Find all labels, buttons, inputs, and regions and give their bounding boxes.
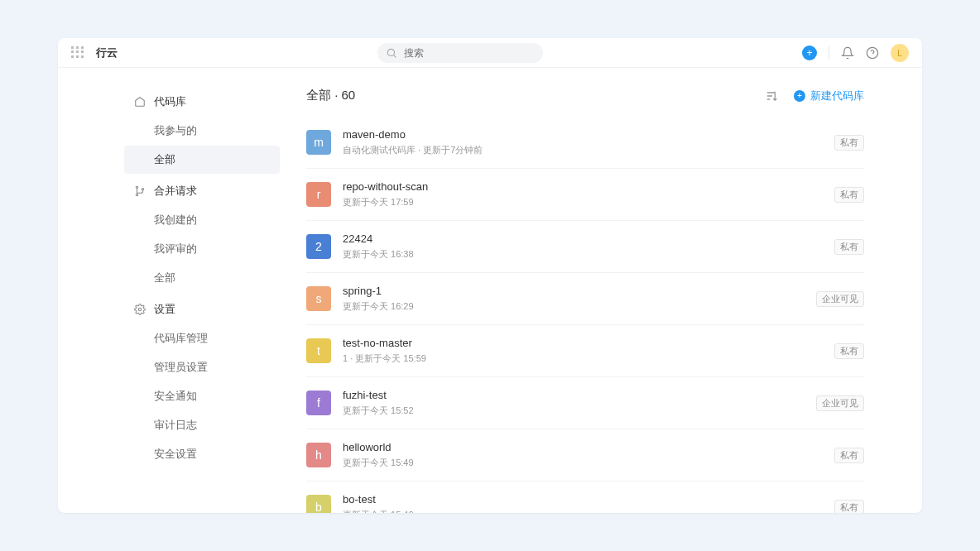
add-button[interactable]: + <box>802 46 817 60</box>
visibility-badge: 私有 <box>834 343 864 359</box>
svg-point-5 <box>136 194 137 196</box>
visibility-badge: 私有 <box>834 448 864 463</box>
repo-avatar: r <box>306 182 331 207</box>
repo-row[interactable]: bbo-test更新于今天 15:46私有 <box>306 482 864 513</box>
repo-list: mmaven-demo自动化测试代码库 · 更新于7分钟前私有rrepo-wit… <box>306 117 864 513</box>
sidebar-item[interactable]: 管理员设置 <box>124 353 280 381</box>
body: 代码库我参与的全部合并请求我创建的我评审的全部设置代码库管理管理员设置安全通知审… <box>58 68 922 513</box>
repo-name[interactable]: helloworld <box>343 441 834 453</box>
repo-name[interactable]: maven-demo <box>343 128 834 141</box>
repo-row[interactable]: hhelloworld更新于今天 15:49私有 <box>306 429 864 482</box>
visibility-badge: 私有 <box>834 187 864 203</box>
sidebar-item[interactable]: 全部 <box>124 146 280 174</box>
plus-icon: + <box>794 90 805 102</box>
divider <box>829 46 829 60</box>
sidebar-item[interactable]: 我创建的 <box>124 206 280 234</box>
repo-meta: 更新于今天 15:49 <box>343 457 834 469</box>
repo-row[interactable]: ffuzhi-test更新于今天 15:52企业可见 <box>306 377 864 429</box>
repo-meta: 更新于今天 15:46 <box>343 509 834 513</box>
sidebar-item[interactable]: 代码库管理 <box>124 324 280 352</box>
repo-info: 22424更新于今天 16:38 <box>343 232 834 261</box>
main-header: 全部 · 60 + 新建代码库 <box>306 88 864 103</box>
sidebar-item[interactable]: 全部 <box>124 264 280 292</box>
repo-row[interactable]: mmaven-demo自动化测试代码库 · 更新于7分钟前私有 <box>306 117 864 169</box>
repo-meta: 更新于今天 15:52 <box>343 405 816 417</box>
repo-avatar: 2 <box>306 234 331 259</box>
visibility-badge: 私有 <box>834 239 864 255</box>
app-window: 行云 + L 代码库我参与的全部合并请求我创建的我评审的全部设置代码库管理管理员… <box>58 38 922 513</box>
repo-avatar: t <box>306 338 331 363</box>
repo-name[interactable]: repo-without-scan <box>343 180 834 193</box>
svg-point-6 <box>142 189 143 190</box>
avatar[interactable]: L <box>891 44 909 62</box>
main-actions: + 新建代码库 <box>766 89 864 103</box>
bell-icon[interactable] <box>841 46 854 60</box>
repo-info: maven-demo自动化测试代码库 · 更新于7分钟前 <box>343 128 834 156</box>
repo-meta: 更新于今天 16:38 <box>343 248 834 261</box>
repo-row[interactable]: ttest-no-master1 · 更新于今天 15:59私有 <box>306 325 864 377</box>
repo-row[interactable]: 222424更新于今天 16:38私有 <box>306 221 864 273</box>
repo-meta: 更新于今天 16:29 <box>343 300 816 313</box>
repo-meta: 1 · 更新于今天 15:59 <box>343 352 834 365</box>
repo-avatar: s <box>306 286 331 311</box>
repo-avatar: b <box>306 495 331 513</box>
repo-row[interactable]: rrepo-without-scan更新于今天 17:59私有 <box>306 169 864 221</box>
topbar: 行云 + L <box>58 38 922 68</box>
repo-avatar: f <box>306 390 331 415</box>
sidebar-item[interactable]: 我参与的 <box>124 117 280 145</box>
search-wrap <box>377 43 543 63</box>
sidebar-group-label: 合并请求 <box>154 184 197 199</box>
sidebar-item[interactable]: 安全通知 <box>124 382 280 410</box>
visibility-badge: 企业可见 <box>816 395 864 411</box>
repo-meta: 更新于今天 17:59 <box>343 196 834 208</box>
sidebar-group-head[interactable]: 代码库 <box>124 88 280 116</box>
repo-row[interactable]: sspring-1更新于今天 16:29企业可见 <box>306 273 864 325</box>
svg-point-7 <box>138 308 142 311</box>
svg-point-0 <box>387 49 394 55</box>
new-repo-button[interactable]: + 新建代码库 <box>794 89 864 103</box>
sidebar-group-head[interactable]: 设置 <box>124 295 280 323</box>
sidebar-group-label: 代码库 <box>154 94 186 109</box>
repo-info: spring-1更新于今天 16:29 <box>343 285 816 313</box>
svg-point-2 <box>867 47 877 58</box>
repo-name[interactable]: bo-test <box>343 493 834 505</box>
sidebar-item[interactable]: 我评审的 <box>124 235 280 263</box>
svg-line-1 <box>393 55 396 57</box>
repo-info: helloworld更新于今天 15:49 <box>343 441 834 469</box>
sidebar-item[interactable]: 安全设置 <box>124 440 280 468</box>
new-repo-label: 新建代码库 <box>810 89 864 103</box>
repo-name[interactable]: 22424 <box>343 232 834 245</box>
visibility-badge: 私有 <box>834 500 864 514</box>
repo-meta: 自动化测试代码库 · 更新于7分钟前 <box>343 144 834 156</box>
sort-icon[interactable] <box>766 89 779 103</box>
repo-name[interactable]: test-no-master <box>343 337 834 349</box>
visibility-badge: 私有 <box>834 135 864 151</box>
logo[interactable]: 行云 <box>96 46 118 60</box>
search-icon <box>386 47 397 59</box>
apps-grid-icon[interactable] <box>71 46 84 60</box>
repo-info: repo-without-scan更新于今天 17:59 <box>343 180 834 208</box>
visibility-badge: 企业可见 <box>816 291 864 307</box>
sidebar-group-label: 设置 <box>154 302 175 317</box>
repo-avatar: h <box>306 443 331 467</box>
help-icon[interactable] <box>866 46 879 60</box>
search-input[interactable] <box>377 43 543 63</box>
page-title: 全部 · 60 <box>306 88 355 103</box>
repo-name[interactable]: spring-1 <box>343 285 816 297</box>
repo-info: bo-test更新于今天 15:46 <box>343 493 834 513</box>
repo-name[interactable]: fuzhi-test <box>343 389 816 401</box>
svg-point-4 <box>136 186 137 188</box>
repo-info: fuzhi-test更新于今天 15:52 <box>343 389 816 417</box>
sidebar-item[interactable]: 审计日志 <box>124 411 280 439</box>
main-content: 全部 · 60 + 新建代码库 mmaven-demo自动化测试代码库 · 更新… <box>290 68 922 513</box>
sidebar-group-head[interactable]: 合并请求 <box>124 177 280 205</box>
repo-avatar: m <box>306 130 331 155</box>
topbar-right: + L <box>802 44 909 62</box>
repo-info: test-no-master1 · 更新于今天 15:59 <box>343 337 834 365</box>
sidebar: 代码库我参与的全部合并请求我创建的我评审的全部设置代码库管理管理员设置安全通知审… <box>58 68 290 513</box>
